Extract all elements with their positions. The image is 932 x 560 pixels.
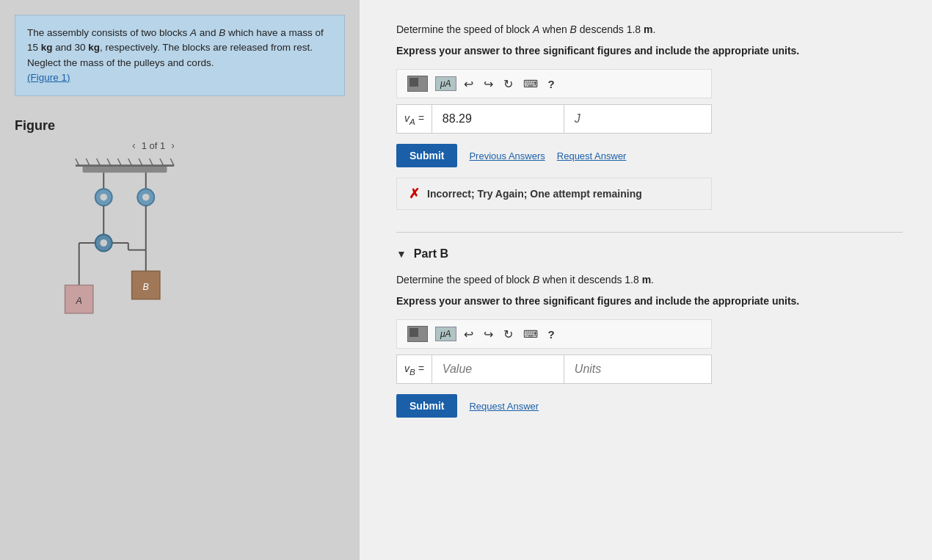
svg-line-29 — [150, 159, 153, 166]
svg-line-25 — [107, 159, 111, 166]
svg-line-23 — [86, 159, 90, 166]
svg-line-22 — [76, 159, 79, 166]
part-a-problem-text: Determine the speed of block A when B de… — [396, 22, 903, 37]
part-b-express-text: Express your answer to three significant… — [396, 294, 903, 309]
undo-button[interactable]: ↩ — [461, 76, 476, 92]
svg-text:A: A — [76, 296, 82, 306]
part-b-answer-row: vB = — [396, 354, 712, 384]
svg-line-30 — [160, 159, 164, 166]
help-button[interactable]: ? — [545, 76, 558, 92]
part-b-help-button[interactable]: ? — [545, 327, 558, 342]
part-b-answer-label: vB = — [397, 363, 432, 377]
refresh-button[interactable]: ↻ — [500, 76, 516, 92]
feedback-text: Incorrect; Try Again; One attempt remain… — [427, 188, 642, 200]
part-b-units-input[interactable] — [564, 355, 659, 383]
redo-button[interactable]: ↪ — [481, 76, 496, 92]
section-divider — [396, 232, 903, 233]
figure-section: Figure ‹ 1 of 1 › — [15, 118, 345, 335]
part-b-format-icon — [407, 326, 428, 342]
part-b-refresh-button[interactable]: ↻ — [500, 326, 516, 343]
part-a-submit-button[interactable]: Submit — [396, 144, 457, 167]
svg-line-26 — [117, 159, 121, 166]
part-b-keyboard-button[interactable]: ⌨ — [520, 327, 541, 341]
problem-description: The assembly consists of two blocks A an… — [15, 15, 345, 96]
figure-image: A B — [59, 159, 205, 335]
part-b-value-input[interactable] — [432, 355, 564, 383]
part-a-request-answer-button[interactable]: Request Answer — [557, 150, 627, 161]
part-a-action-row: Submit Previous Answers Request Answer — [396, 144, 903, 167]
part-b-toolbar: μA ↩ ↪ ↻ ⌨ ? — [396, 319, 712, 349]
figure-next-button[interactable]: › — [171, 139, 175, 151]
part-b-format-button[interactable] — [404, 324, 431, 343]
left-panel: The assembly consists of two blocks A an… — [0, 0, 360, 560]
part-b-redo-button[interactable]: ↪ — [481, 326, 496, 343]
part-a-answer-row: vA = — [396, 104, 712, 134]
format-icon-inner — [409, 78, 418, 87]
svg-line-28 — [139, 159, 142, 166]
part-a-value-input[interactable] — [432, 105, 564, 133]
part-b-request-answer-button[interactable]: Request Answer — [469, 401, 539, 412]
part-b-action-row: Submit Request Answer — [396, 394, 903, 418]
svg-point-10 — [100, 239, 107, 247]
pulley-svg: A B — [59, 159, 191, 327]
svg-point-6 — [142, 194, 150, 201]
part-a-toolbar: μA ↩ ↪ ↻ ⌨ ? — [396, 69, 712, 98]
part-b-mu-a-button[interactable]: μA — [435, 327, 456, 341]
part-b-collapse-button[interactable]: ▼ — [396, 248, 407, 260]
part-a-feedback: ✗ Incorrect; Try Again; One attempt rema… — [396, 178, 712, 210]
part-b-format-icon-inner — [409, 328, 418, 337]
format-icon — [407, 76, 428, 92]
problem-text: The assembly consists of two blocks A an… — [27, 27, 324, 68]
svg-line-27 — [128, 159, 132, 166]
format-button[interactable] — [404, 74, 431, 93]
part-a-express-text: Express your answer to three significant… — [396, 43, 903, 59]
figure-link[interactable]: (Figure 1) — [27, 72, 70, 83]
part-a-answer-label: vA = — [397, 112, 432, 126]
figure-nav-text: 1 of 1 — [142, 140, 166, 151]
figure-label: Figure — [15, 118, 345, 134]
mu-a-button[interactable]: μA — [435, 76, 456, 91]
part-b-header: ▼ Part B — [396, 247, 903, 261]
right-panel: Determine the speed of block A when B de… — [360, 0, 932, 560]
part-a-section: Determine the speed of block A when B de… — [396, 22, 903, 210]
part-b-title: Part B — [414, 247, 448, 261]
part-b-problem-text: Determine the speed of block B when it d… — [396, 272, 903, 288]
svg-text:B: B — [143, 282, 149, 292]
figure-prev-button[interactable]: ‹ — [132, 139, 136, 151]
part-a-units-input[interactable] — [564, 105, 659, 133]
svg-line-31 — [170, 159, 174, 166]
keyboard-button[interactable]: ⌨ — [520, 76, 541, 91]
svg-point-4 — [100, 194, 107, 201]
part-b-submit-button[interactable]: Submit — [396, 394, 457, 418]
svg-line-24 — [97, 159, 101, 166]
part-b-undo-button[interactable]: ↩ — [461, 326, 476, 343]
incorrect-icon: ✗ — [409, 186, 420, 202]
part-b-section: Determine the speed of block B when it d… — [396, 272, 903, 418]
figure-nav: ‹ 1 of 1 › — [132, 139, 345, 151]
part-a-previous-answers-button[interactable]: Previous Answers — [469, 150, 545, 161]
